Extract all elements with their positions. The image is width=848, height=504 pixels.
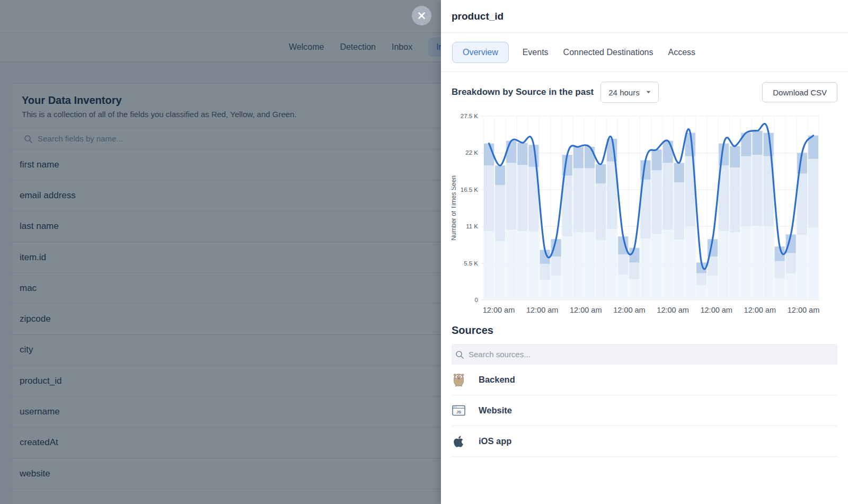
source-row-website[interactable]: JS Website xyxy=(452,395,837,426)
breakdown-header-row: Breakdown by Source in the past 24 hours… xyxy=(452,82,837,103)
svg-text:12:00 am: 12:00 am xyxy=(700,306,732,314)
sources-search-input[interactable] xyxy=(469,350,681,359)
tab-overview[interactable]: Overview xyxy=(452,42,509,63)
svg-text:12:00 am: 12:00 am xyxy=(526,306,558,314)
time-range-value: 24 hours xyxy=(608,88,639,97)
download-csv-button[interactable]: Download CSV xyxy=(762,82,837,102)
search-icon xyxy=(455,350,464,359)
breakdown-heading: Breakdown by Source in the past xyxy=(452,87,594,98)
svg-text:0: 0 xyxy=(475,297,478,303)
svg-text:12:00 am: 12:00 am xyxy=(788,306,819,314)
gopher-icon xyxy=(452,373,465,387)
svg-text:12:00 am: 12:00 am xyxy=(657,306,688,314)
svg-text:16.5 K: 16.5 K xyxy=(461,187,479,193)
svg-text:11 K: 11 K xyxy=(466,223,478,229)
tab-connected-destinations[interactable]: Connected Destinations xyxy=(562,42,655,63)
close-icon xyxy=(418,12,426,20)
svg-text:JS: JS xyxy=(456,410,461,414)
tab-events[interactable]: Events xyxy=(522,42,550,63)
svg-text:22 K: 22 K xyxy=(465,149,478,156)
source-name: iOS app xyxy=(479,436,511,446)
svg-text:12:00 am: 12:00 am xyxy=(483,306,515,314)
sources-search-bar[interactable] xyxy=(452,344,837,365)
source-name: Backend xyxy=(479,375,515,385)
panel-tabs: Overview Events Connected Destinations A… xyxy=(441,33,848,72)
svg-text:12:00 am: 12:00 am xyxy=(744,306,776,314)
source-row-backend[interactable]: Backend xyxy=(452,365,837,395)
close-panel-button[interactable] xyxy=(412,6,431,25)
panel-header: product_id xyxy=(441,0,848,33)
apple-icon xyxy=(452,435,465,448)
svg-text:12:00 am: 12:00 am xyxy=(613,306,645,314)
panel-title: product_id xyxy=(452,11,504,22)
svg-text:Number of Times Seen: Number of Times Seen xyxy=(452,175,457,241)
caret-down-icon xyxy=(646,91,651,94)
svg-text:12:00 am: 12:00 am xyxy=(570,306,602,314)
field-detail-panel: product_id Overview Events Connected Des… xyxy=(441,0,848,504)
svg-text:5.5 K: 5.5 K xyxy=(464,260,478,267)
tab-access[interactable]: Access xyxy=(667,42,697,63)
time-range-select[interactable]: 24 hours xyxy=(600,82,658,103)
source-name: Website xyxy=(479,405,512,415)
sources-heading: Sources xyxy=(452,324,837,337)
svg-text:27.5 K: 27.5 K xyxy=(461,113,479,119)
breakdown-chart: 05.5 K11 K16.5 K22 K27.5 K12:00 am12:00 … xyxy=(452,106,837,320)
source-row-ios-app[interactable]: iOS app xyxy=(452,426,837,457)
javascript-browser-icon: JS xyxy=(452,405,465,416)
stacked-bar-line-chart: 05.5 K11 K16.5 K22 K27.5 K12:00 am12:00 … xyxy=(452,106,837,318)
